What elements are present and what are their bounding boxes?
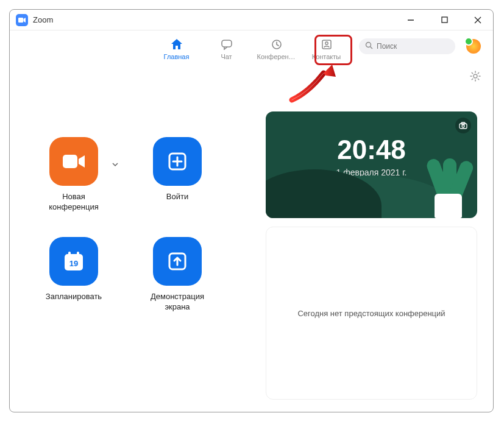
plus-icon [166, 150, 188, 172]
minimize-button[interactable] [402, 13, 420, 27]
change-background-button[interactable] [455, 118, 471, 133]
upcoming-meetings-panel: Сегодня нет предстоящих конференций [266, 227, 477, 400]
app-window: Zoom Главная [9, 9, 494, 412]
tab-home[interactable]: Главная [157, 35, 196, 60]
svg-point-11 [474, 74, 477, 78]
right-pane: 20:48 1 февраля 2021 г. Сегодня нет пред… [266, 82, 477, 400]
search-input[interactable] [359, 38, 455, 54]
top-navbar: Главная Чат Конференц... Контакты [10, 30, 493, 64]
tab-meetings[interactable]: Конференц... [257, 35, 296, 60]
svg-rect-0 [18, 18, 23, 23]
share-up-icon [166, 250, 188, 272]
clock-time: 20:48 [266, 111, 477, 165]
chat-icon [221, 38, 233, 51]
svg-rect-5 [222, 40, 232, 47]
tab-contacts[interactable]: Контакты [307, 35, 346, 60]
join-button[interactable]: Войти [132, 137, 223, 213]
search-field[interactable] [377, 42, 444, 51]
contacts-icon [321, 38, 333, 51]
svg-point-8 [325, 41, 327, 44]
svg-rect-19 [77, 252, 79, 256]
zoom-app-icon [16, 14, 28, 26]
window-title: Zoom [33, 15, 53, 24]
schedule-button[interactable]: 19 Запланировать [28, 237, 119, 313]
share-screen-button[interactable]: Демонстрация экрана [132, 237, 223, 313]
svg-rect-13 [63, 155, 77, 168]
svg-rect-18 [68, 252, 71, 256]
clock-icon [271, 38, 283, 51]
calendar-icon: 19 [62, 249, 86, 274]
titlebar: Zoom [10, 10, 493, 30]
svg-line-10 [371, 47, 373, 49]
action-tiles-pane: Новая конференция Войти [28, 82, 247, 400]
home-icon [171, 38, 183, 51]
settings-button[interactable] [470, 71, 481, 84]
no-meetings-text: Сегодня нет предстоящих конференций [297, 309, 445, 318]
tab-chat[interactable]: Чат [207, 35, 246, 60]
svg-point-9 [366, 43, 371, 48]
close-button[interactable] [469, 13, 487, 27]
svg-rect-2 [442, 17, 447, 23]
search-icon [365, 41, 373, 51]
chevron-down-icon[interactable] [112, 158, 118, 169]
avatar[interactable] [465, 38, 482, 55]
clock-card: 20:48 1 февраля 2021 г. [266, 111, 477, 218]
svg-point-23 [462, 125, 464, 127]
maximize-button[interactable] [435, 13, 453, 27]
video-icon [62, 153, 86, 170]
camera-icon [459, 122, 467, 129]
svg-text:19: 19 [69, 259, 78, 268]
new-meeting-button[interactable]: Новая конференция [28, 137, 119, 213]
main-content: Новая конференция Войти [10, 64, 493, 412]
